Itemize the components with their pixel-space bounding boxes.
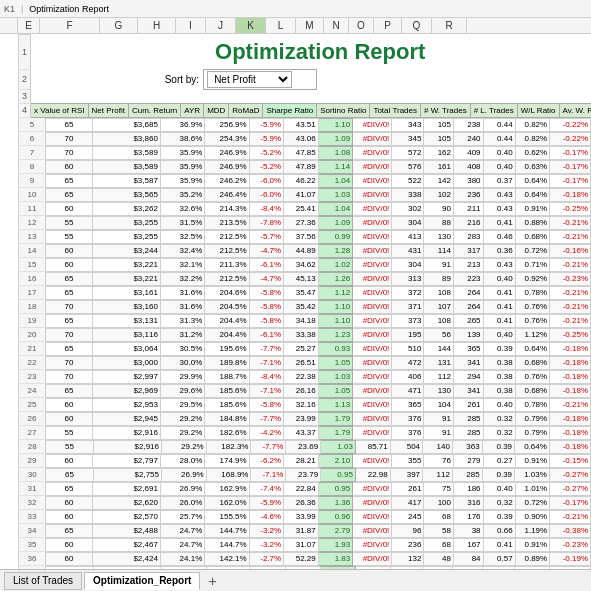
sort-select[interactable]: Net Profit Sharpe Ratio AYR [207, 71, 292, 88]
page-title: Optimization Report [31, 35, 591, 70]
table-row: 1665$3,22132.2%212.5%-4.7%45.131.26#DIV/… [19, 272, 591, 285]
table-row: 1160$3,26232.6%214.3%-8.4%25.411.04#DIV/… [19, 202, 591, 215]
sort-by-label: Sort by: [31, 69, 204, 89]
formula-bar: K1 | Optimization Report [0, 0, 591, 18]
table-row: 2660$2,94529.2%184.8%-7.7%23.991.79#DIV/… [19, 412, 591, 425]
table-row: 670$3,86038.6%254.3%-5.9%43.061.09#DIV/0… [19, 132, 591, 145]
header-mdd: MDD [204, 103, 229, 117]
header-wl-ratio: W/L Ratio [517, 103, 559, 117]
table-row: 3065$2,75526.9%168.9%-7.1%23.790.9522.98… [19, 468, 591, 481]
table-row: 770$3,58935.9%246.9%-5.2%47.851.08#DIV/0… [19, 146, 591, 159]
formula-content: Optimization Report [29, 4, 109, 14]
table-row: 3360$2,57025.7%155.5%-4.6%33.990.96#DIV/… [19, 510, 591, 523]
spreadsheet-table: 1 Optimization Report 2 Sort by: Net Pro… [18, 34, 591, 569]
row-num-header [0, 18, 18, 33]
table-row: 965$3,58735.9%246.2%-6.0%46.221.04#DIV/0… [19, 174, 591, 187]
table-row: 3165$2,69126.9%162.9%-7.4%22.840.95#DIV/… [19, 482, 591, 495]
table-row: 3465$2,48824.7%144.7%-3.2%31.872.79#DIV/… [19, 524, 591, 537]
header-ayr: AYR [181, 103, 204, 117]
table-row: 1065$3,56535.2%246.4%-6.0%41.071.03#DIV/… [19, 188, 591, 201]
table-row: 3560$2,46724.7%144.7%-3.2%31.071.93#DIV/… [19, 538, 591, 551]
header-av-w: Av. W. Ratio [559, 103, 591, 117]
table-row: 2465$2,96929.6%185.6%-7.1%26.161.05#DIV/… [19, 384, 591, 397]
tab-list-of-trades[interactable]: List of Trades [4, 572, 82, 590]
table-row: 1560$3,22132.1%211.3%-6.1%34.621.02#DIV/… [19, 258, 591, 271]
header-w-trades: # W. Trades [421, 103, 471, 117]
table-row: 2755$2,91629.2%182.6%-4.2%43.371.79#DIV/… [19, 426, 591, 439]
table-row: 1965$3,13131.3%204.4%-5.8%34.181.10#DIV/… [19, 314, 591, 327]
table-row: 1355$3,25532.5%212.5%-5.7%37.560.99#DIV/… [19, 230, 591, 243]
table-row: 860$3,58935.9%246.9%-5.2%47.891.14#DIV/0… [19, 160, 591, 173]
header-sortino: Sortino Ratio [317, 103, 370, 117]
table-row: 1870$3,16031.6%204.5%-5.8%35.421.10#DIV/… [19, 300, 591, 313]
data-rows-container: 565$3,68536.9%256.9%-5.9%43.511.10#DIV/0… [18, 118, 591, 570]
header-net-profit: Net Profit [88, 103, 128, 117]
table-row: 1765$3,16131.6%204.6%-5.8%35.471.12#DIV/… [19, 286, 591, 299]
spacer-row: 3 [19, 89, 592, 103]
table-row: 1460$3,24432.4%212.5%-4.7%44.891.28#DIV/… [19, 244, 591, 257]
table-row: 1255$3,25531.5%213.5%-7.8%27.361.09#DIV/… [19, 216, 591, 229]
cell-ref: K1 [4, 4, 15, 14]
column-headers: E F G H I J K L M N O P Q R [0, 18, 591, 34]
table-header-row: 4 x Value of RSI Net Profit Cum. Return … [19, 103, 592, 117]
table-row: 2070$3,11631.2%204.4%-6.1%33.381.23#DIV/… [19, 328, 591, 341]
header-l-trades: # L. Trades [470, 103, 517, 117]
add-sheet-button[interactable]: + [202, 571, 222, 591]
tab-optimization-report[interactable]: Optimization_Report [84, 572, 200, 590]
header-total-trades: Total Trades [370, 103, 421, 117]
table-row: 2855$2,91629.2%182.3%-7.7%23.691.0385.71… [19, 440, 591, 453]
header-rsi: x Value of RSI [31, 103, 89, 117]
sortby-row: 2 Sort by: Net Profit Sharpe Ratio AYR [19, 69, 592, 89]
header-sharpe: Sharpe Ratio [263, 103, 317, 117]
table-row: 3660$2,42424.1%142.1%-2.7%52.291.83#DIV/… [19, 552, 591, 565]
table-row: 3260$2,62026.0%162.0%-5.9%26.361.36#DIV/… [19, 496, 591, 509]
table-row: 565$3,68536.9%256.9%-5.9%43.511.10#DIV/0… [19, 118, 591, 131]
content-area: 1 Optimization Report 2 Sort by: Net Pro… [0, 34, 591, 569]
table-row: 2165$3,06430.5%195.6%-7.7%25.270.93#DIV/… [19, 342, 591, 355]
title-row: 1 Optimization Report [19, 35, 592, 70]
table-row: 2270$3,00030.0%189.8%-7.1%26.511.05#DIV/… [19, 356, 591, 369]
table-row: 2370$2,99729.9%188.7%-8.4%22.381.03#DIV/… [19, 370, 591, 383]
table-row: 2960$2,79728.0%174.9%-6.2%28.212.10#DIV/… [19, 454, 591, 467]
header-cum-return: Cum. Return [128, 103, 180, 117]
col-k-header: K [236, 18, 266, 33]
tabs-bar: List of Trades Optimization_Report + [0, 569, 591, 591]
table-row: 2560$2,95329.5%185.6%-5.8%32.161.13#DIV/… [19, 398, 591, 411]
header-romad: RoMaD [229, 103, 263, 117]
